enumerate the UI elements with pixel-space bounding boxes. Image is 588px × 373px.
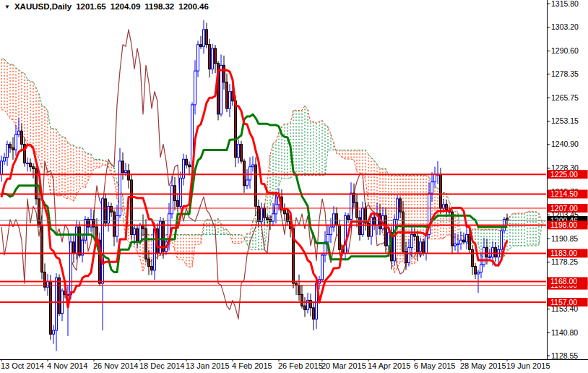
time-axis[interactable]: 13 Oct 20144 Nov 201426 Nov 201418 Dec 2… [1, 359, 550, 370]
svg-text:14 Apr 2015: 14 Apr 2015 [368, 361, 410, 370]
svg-text:1140.80: 1140.80 [551, 328, 578, 337]
svg-text:1265.75: 1265.75 [551, 93, 579, 102]
svg-text:1190.85: 1190.85 [551, 234, 578, 243]
chart-canvas[interactable]: 1315.801303.201290.601278.351265.751253.… [0, 0, 588, 373]
ohlc-high: 1204.09 [111, 2, 141, 11]
svg-text:1183.00: 1183.00 [550, 249, 577, 257]
svg-text:1178.25: 1178.25 [551, 257, 578, 266]
chart-header: ▼ XAUUSD,Daily 1201.65 1204.09 1198.32 1… [4, 2, 209, 11]
svg-text:1253.15: 1253.15 [551, 116, 579, 125]
svg-text:28 May 2015: 28 May 2015 [460, 361, 506, 370]
svg-text:1198.00: 1198.00 [550, 220, 577, 229]
svg-text:26 Feb 2015: 26 Feb 2015 [278, 361, 323, 370]
svg-text:18 Dec 2014: 18 Dec 2014 [139, 361, 184, 370]
svg-text:4 Feb 2015: 4 Feb 2015 [232, 361, 272, 370]
svg-text:1157.00: 1157.00 [550, 298, 577, 306]
svg-text:1128.55: 1128.55 [551, 351, 578, 360]
ohlc-close: 1200.46 [178, 2, 209, 11]
svg-text:13 Jan 2015: 13 Jan 2015 [186, 361, 230, 370]
svg-text:1225.00: 1225.00 [550, 170, 578, 179]
ohlc-low: 1198.32 [144, 2, 174, 11]
ohlc-open: 1201.65 [76, 2, 106, 11]
svg-text:1207.00: 1207.00 [550, 204, 578, 213]
svg-text:20 Mar 2015: 20 Mar 2015 [321, 361, 366, 370]
svg-text:1278.35: 1278.35 [551, 69, 579, 78]
svg-text:1168.00: 1168.00 [550, 277, 577, 286]
plot-area[interactable] [0, 20, 547, 351]
symbol-timeframe-label: XAUUSD,Daily [14, 2, 72, 11]
svg-text:1214.50: 1214.50 [550, 189, 578, 198]
svg-text:26 Nov 2014: 26 Nov 2014 [93, 361, 138, 370]
symbol-triangle-icon[interactable]: ▼ [4, 3, 10, 11]
svg-text:13 Oct 2014: 13 Oct 2014 [1, 361, 44, 370]
svg-text:1315.80: 1315.80 [551, 0, 579, 8]
svg-text:1303.20: 1303.20 [551, 22, 579, 31]
svg-text:1290.60: 1290.60 [551, 46, 579, 55]
svg-text:4 Nov 2014: 4 Nov 2014 [47, 361, 87, 370]
svg-text:19 Jun 2015: 19 Jun 2015 [506, 361, 550, 370]
svg-text:1240.90: 1240.90 [551, 140, 579, 148]
svg-text:6 May 2015: 6 May 2015 [414, 361, 455, 370]
